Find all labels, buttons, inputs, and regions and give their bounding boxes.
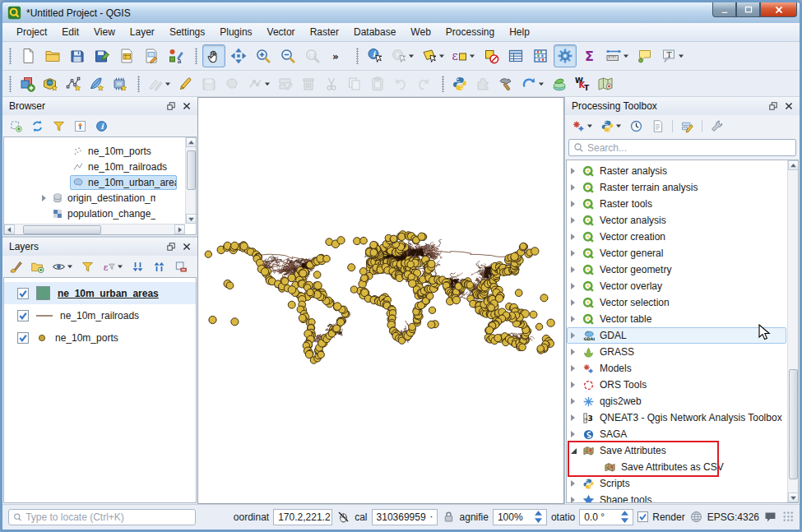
algorithm-vector-overlay[interactable]: Vector overlay [567,278,786,294]
toolbar-overflow-button[interactable]: » [326,44,349,67]
algorithm-shape-tools[interactable]: Shape tools [567,492,786,503]
menu-processing[interactable]: Processing [438,24,502,40]
browser-float-button[interactable] [163,99,178,113]
select-features-button[interactable] [419,44,447,67]
browser-close-button[interactable] [178,99,194,113]
map-marker-button[interactable] [595,73,616,95]
current-edits-button[interactable] [145,73,174,95]
browser-item-population-change-201[interactable]: population_change_201 [4,206,196,221]
algorithm-vector-table[interactable]: Vector table [567,311,786,327]
spin-down-icon[interactable] [621,517,628,523]
close-button[interactable] [760,2,797,17]
processing-vscrollbar[interactable] [787,160,798,502]
select-by-expression-button[interactable]: ε [449,44,478,67]
toolbar-grip[interactable] [137,76,140,92]
save-project-as-button[interactable] [90,44,114,67]
messages-icon[interactable] [763,510,777,524]
scrollbar-thumb[interactable] [23,225,101,234]
locate-box[interactable] [8,509,196,525]
browser-item-ne-10m-urban-area[interactable]: ne_10m_urban_area [4,174,196,190]
new-geopackage-button[interactable] [39,73,61,95]
scroll-left-icon[interactable] [4,224,15,234]
menu-vector[interactable]: Vector [260,24,303,40]
layer-item-ne-10m-ports[interactable]: ne_10m_ports [4,326,196,349]
spin-down-icon[interactable] [535,517,542,523]
expander-icon[interactable] [571,398,575,405]
new-spatialite-button[interactable] [86,73,107,95]
options-wrench-button[interactable] [707,117,726,135]
menu-view[interactable]: View [86,24,123,40]
layer-themes-button[interactable] [49,257,76,275]
statistics-sigma-button[interactable]: Σ [578,44,601,67]
spin-up-icon[interactable] [621,511,628,516]
layout-manager-button[interactable] [140,44,163,67]
expander-icon[interactable] [571,283,575,289]
expander-open-icon[interactable] [571,448,577,454]
algorithm-vector-selection[interactable]: Vector selection [567,294,786,311]
style-manager-button[interactable]: a [165,44,188,67]
zoom-native-button[interactable]: 1:1 [301,44,324,67]
copy-button[interactable] [344,73,365,95]
open-project-button[interactable] [41,44,64,67]
add-selected-layers-button[interactable] [7,117,25,135]
filter-button[interactable] [78,257,97,275]
deselect-all-button[interactable] [480,44,503,67]
menu-web[interactable]: Web [403,24,438,40]
refresh-plugin-button[interactable] [518,73,547,95]
expander-icon[interactable] [571,431,575,437]
add-group-button[interactable] [28,257,47,275]
run-feature-action-button[interactable] [388,44,417,67]
coordinate-field[interactable]: 170.2,221.2 [273,509,332,525]
scrollbar-thumb[interactable] [789,369,798,479]
save-project-button[interactable] [66,44,89,67]
layer-checkbox-icon[interactable] [17,288,29,299]
algorithm-qgis2web[interactable]: qgis2web [567,393,786,409]
models-button[interactable] [569,117,596,135]
expander-icon[interactable] [571,480,575,487]
expander-icon[interactable] [571,250,575,257]
algorithm-gdal[interactable]: GDALGDAL [567,327,786,344]
toolbar-grip[interactable] [356,48,359,64]
algorithm-save-attributes-as-csv[interactable]: Save Attributes as CSV [567,459,786,475]
layer-checkbox-icon[interactable] [17,310,29,322]
menu-database[interactable]: Database [346,24,403,40]
save-edits-button[interactable] [198,73,220,95]
new-layout-button[interactable] [115,44,138,67]
field-calculator-button[interactable] [529,44,552,67]
maximize-button[interactable] [736,2,760,17]
expander-icon[interactable] [571,299,575,306]
toolbar-grip[interactable] [9,48,12,64]
edit-inplace-button[interactable] [678,117,697,135]
vertex-tool-button[interactable] [244,73,273,95]
algorithm-models[interactable]: Models [567,360,786,377]
algorithm-vector-geometry[interactable]: Vector geometry [567,261,786,278]
filter-button[interactable] [49,117,68,135]
python-console-button[interactable] [598,117,624,135]
redo-button[interactable] [413,73,434,95]
expander-icon[interactable] [571,382,575,388]
refresh-button[interactable] [28,117,47,135]
multiedit-button[interactable] [275,73,296,95]
filter-expression-button[interactable]: ε [100,257,126,275]
spin-up-icon[interactable] [535,511,542,516]
layer-checkbox-icon[interactable] [17,332,29,344]
expander-icon[interactable] [571,234,575,240]
new-scratch-layer-button[interactable] [109,73,130,95]
expander-icon[interactable] [571,365,575,372]
processing-toolbox-button[interactable] [554,44,577,67]
search-input[interactable] [587,142,791,154]
magnifier-spinbox[interactable]: 100% [493,509,547,525]
identify-features-button[interactable]: i [364,44,387,67]
layer-item-ne-10m-railroads[interactable]: ne_10m_railroads [4,304,196,326]
expander-icon[interactable] [571,332,575,339]
resize-grip[interactable] [783,511,794,522]
rotation-spinbox[interactable]: 0.0 ° [579,509,633,525]
expander-icon[interactable] [571,414,575,421]
algorithm-save-attributes[interactable]: Save Attributes [567,442,786,459]
toolbar-grip[interactable] [442,76,444,92]
algorithm-vector-general[interactable]: Vector general [567,245,786,261]
processing-close-button[interactable] [781,99,796,113]
map-tips-button[interactable] [633,44,656,67]
measure-button[interactable] [603,44,632,67]
data-source-manager-button[interactable] [16,73,38,95]
